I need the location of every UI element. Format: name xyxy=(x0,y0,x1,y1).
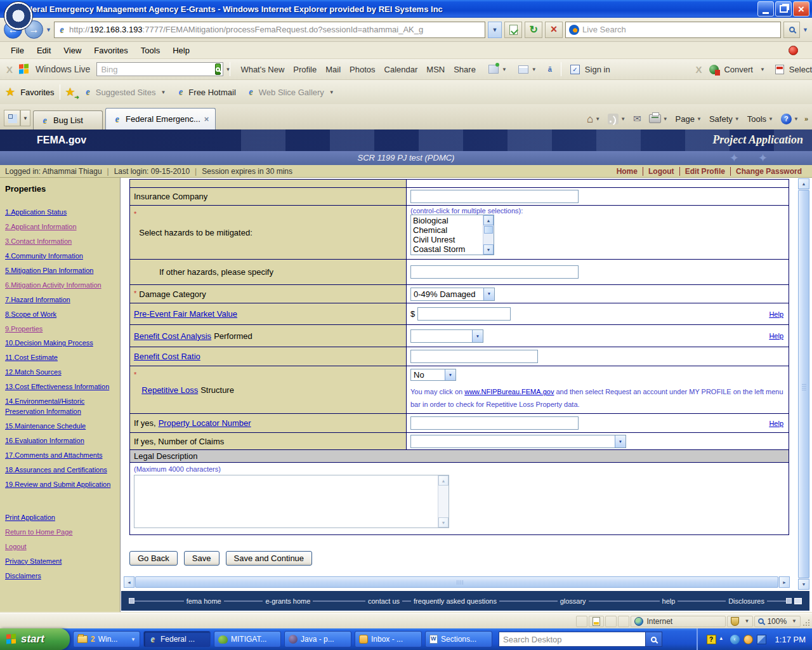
sidebar-action-link[interactable]: Disclaimers xyxy=(5,571,115,581)
sidebar-nav-link[interactable]: 9.Properties xyxy=(5,324,115,335)
footer-link[interactable]: fema home xyxy=(184,597,224,605)
convert-button[interactable]: Convert▼ xyxy=(707,63,767,76)
taskbar-button-java[interactable]: Java - p... xyxy=(284,631,351,647)
bing-search-box[interactable]: ▼ xyxy=(96,62,223,76)
live-toolbar-link[interactable]: What's New xyxy=(237,63,288,76)
scrollbar-thumb[interactable] xyxy=(484,226,493,234)
network-tray-icon[interactable] xyxy=(757,635,766,644)
start-button[interactable]: start xyxy=(0,628,70,650)
sidebar-action-link[interactable]: Logout xyxy=(5,542,115,552)
session-link[interactable]: Home xyxy=(612,167,643,176)
property-locator-link[interactable]: Property Locator Number xyxy=(159,418,251,428)
session-link[interactable]: Edit Profile xyxy=(679,167,730,176)
sidebar-action-link[interactable]: Privacy Statement xyxy=(5,557,115,567)
desktop-search-button[interactable] xyxy=(645,632,662,646)
hazards-multiselect[interactable]: BiologicalChemicalCivil UnrestCoastal St… xyxy=(410,215,494,255)
resize-grip[interactable] xyxy=(802,616,811,627)
address-dropdown-button[interactable]: ▼ xyxy=(488,22,502,38)
benefit-cost-ratio-input[interactable] xyxy=(410,350,538,363)
taskbar-group-windows[interactable]: 2 Win... ▼ xyxy=(73,631,140,647)
desktop-search-input[interactable] xyxy=(499,635,645,644)
recent-pages-caret-icon[interactable]: ▼ xyxy=(46,27,51,33)
minimize-button[interactable] xyxy=(757,1,774,17)
bing-search-button[interactable] xyxy=(215,63,221,75)
desktop-search-box[interactable] xyxy=(499,632,662,647)
zoom-pane[interactable]: 100% ▼ xyxy=(754,616,801,627)
nfip-bureau-link[interactable]: www.NFIPBureau.FEMA.gov xyxy=(464,388,554,395)
taskbar-button-inbox[interactable]: Inbox - ... xyxy=(355,631,422,647)
menu-item[interactable]: Edit xyxy=(31,44,56,57)
hazard-option[interactable]: Chemical xyxy=(413,225,483,235)
hidden-icons-chevron-icon[interactable] xyxy=(720,635,726,644)
scrollbar-thumb[interactable] xyxy=(798,190,809,578)
toolbar-close-icon[interactable]: X xyxy=(6,64,13,75)
layout-button[interactable]: ▼ xyxy=(516,65,539,74)
outlook-reminder-tray-icon[interactable] xyxy=(743,635,753,644)
benefit-cost-analysis-link[interactable]: Benefit Cost Analysis xyxy=(134,331,211,341)
favorite-free-hotmail[interactable]: eFree Hotmail xyxy=(173,86,238,98)
protected-mode-pane[interactable]: ▼ xyxy=(727,616,753,627)
scroll-up-icon[interactable] xyxy=(483,215,494,225)
horizontal-scrollbar[interactable] xyxy=(124,576,790,588)
tools-menu-button[interactable]: Tools▼ xyxy=(745,113,775,125)
sidebar-nav-link[interactable]: 17.Comments and Attachments xyxy=(5,451,115,461)
sidebar-nav-link[interactable]: 11.Cost Estimate xyxy=(5,353,115,363)
favorite-web-slice-gallery[interactable]: eWeb Slice Gallery▼ xyxy=(244,86,337,98)
search-options-caret-icon[interactable]: ▼ xyxy=(802,27,808,33)
footer-link[interactable]: frequently asked questions xyxy=(411,597,499,605)
add-favorite-icon[interactable]: ★ xyxy=(65,85,75,99)
session-link[interactable]: Logout xyxy=(643,167,679,176)
sidebar-nav-link[interactable]: 1.Application Status xyxy=(5,208,115,218)
repetitive-loss-select[interactable]: No xyxy=(410,369,456,381)
sidebar-nav-link[interactable]: 12.Match Sources xyxy=(5,368,115,378)
live-toolbar-link[interactable]: Calendar xyxy=(381,63,422,76)
tab-close-icon[interactable] xyxy=(204,114,209,124)
hazard-option[interactable]: Civil Unrest xyxy=(413,235,483,244)
search-go-button[interactable] xyxy=(783,22,800,38)
favorite-suggested-sites[interactable]: eSuggested Sites▼ xyxy=(81,86,169,98)
scroll-down-icon[interactable] xyxy=(798,579,809,590)
sidebar-nav-link[interactable]: 4.Community Information xyxy=(5,251,115,262)
sidebar-nav-link[interactable]: 15.Maintenance Schedule xyxy=(5,421,115,432)
hazard-option[interactable]: Coastal Storm xyxy=(413,244,483,254)
live-toolbar-link[interactable]: MSN xyxy=(422,63,449,76)
save-button[interactable]: Save xyxy=(184,551,219,566)
sidebar-nav-link[interactable]: 5.Mitigation Plan Information xyxy=(5,266,115,276)
quick-tabs-button[interactable] xyxy=(4,110,20,126)
menu-item[interactable]: View xyxy=(58,44,87,57)
benefit-cost-ratio-link[interactable]: Benefit Cost Ratio xyxy=(134,352,200,361)
live-toolbar-link[interactable]: Mail xyxy=(322,63,344,76)
scroll-left-icon[interactable] xyxy=(124,576,134,588)
help-button[interactable]: ▼ xyxy=(779,112,801,126)
vertical-scrollbar[interactable] xyxy=(798,178,809,590)
footer-link[interactable]: help xyxy=(660,597,678,605)
stop-button[interactable]: × xyxy=(545,22,563,38)
hazard-option[interactable]: Biological xyxy=(413,216,483,225)
session-link[interactable]: Change Password xyxy=(730,167,807,176)
safety-menu-button[interactable]: Safety▼ xyxy=(707,113,742,125)
scroll-down-icon[interactable] xyxy=(438,517,449,527)
restore-button[interactable] xyxy=(775,1,792,17)
multiselect-scrollbar[interactable] xyxy=(483,215,494,255)
refresh-button[interactable]: ↻ xyxy=(525,22,542,38)
bing-search-input[interactable] xyxy=(101,65,213,74)
scrollbar-thumb[interactable] xyxy=(135,576,778,588)
taskbar-button-sections[interactable]: Sections... xyxy=(425,631,492,647)
compatibility-view-button[interactable] xyxy=(504,22,522,38)
live-search-box[interactable] xyxy=(565,22,781,38)
go-back-button[interactable]: Go Back xyxy=(129,551,178,566)
toolbar-close-icon[interactable]: X xyxy=(695,64,702,75)
sidebar-nav-link[interactable]: 7.Hazard Information xyxy=(5,295,115,305)
tab-bug-list[interactable]: e Bug List xyxy=(33,110,103,129)
live-toolbar-link[interactable]: Profile xyxy=(289,63,320,76)
page-menu-button[interactable]: Page▼ xyxy=(674,113,704,125)
tab-federal-emergency[interactable]: e Federal Emergenc... xyxy=(105,108,216,129)
sidebar-nav-link[interactable]: 10.Decision Making Process xyxy=(5,338,115,348)
read-mail-button[interactable] xyxy=(631,112,643,126)
pre-event-fmv-link[interactable]: Pre-Event Fair Market Value xyxy=(134,309,237,319)
footer-link[interactable]: Disclosures xyxy=(726,597,767,605)
sidebar-action-link[interactable]: Print Application xyxy=(5,513,115,523)
sidebar-nav-link[interactable]: 19.Review and Submit Application xyxy=(5,480,115,490)
save-and-continue-button[interactable]: Save and Continue xyxy=(226,551,313,566)
textarea-scrollbar[interactable] xyxy=(438,475,449,527)
